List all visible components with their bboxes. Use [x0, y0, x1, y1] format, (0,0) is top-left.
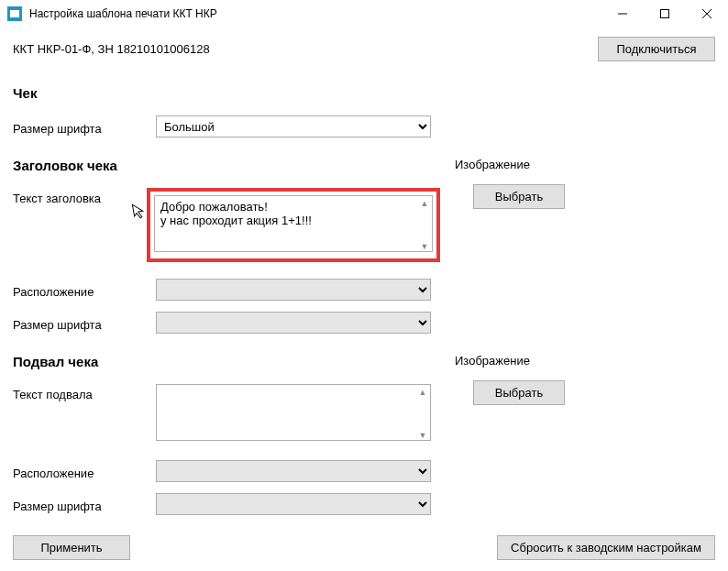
header-image-label: Изображение — [455, 158, 656, 171]
footer-image-col: Изображение Выбрать — [455, 354, 656, 526]
minimize-button[interactable] — [601, 0, 644, 27]
apply-button[interactable]: Применить — [13, 535, 130, 560]
header-text-label: Текст заголовка — [13, 188, 156, 205]
maximize-button[interactable] — [644, 0, 686, 27]
window-controls — [601, 0, 728, 27]
maximize-icon — [660, 9, 669, 18]
header-font-select[interactable] — [156, 312, 431, 334]
footer-text-input[interactable] — [156, 384, 431, 441]
check-font-label: Размер шрифта — [13, 118, 156, 136]
header-position-select[interactable] — [156, 279, 431, 301]
header-text-highlight: ▲ ▼ — [147, 188, 440, 262]
section-footer-title: Подвал чека — [13, 354, 431, 369]
header-position-label: Расположение — [13, 281, 156, 299]
footer-image-select-button[interactable]: Выбрать — [473, 380, 565, 405]
header-text-input[interactable] — [154, 195, 433, 252]
close-button[interactable] — [686, 0, 728, 27]
content-area: ККТ НКР-01-Ф, ЗН 18210101006128 Подключи… — [0, 27, 728, 571]
footer-position-select[interactable] — [156, 460, 431, 482]
header-position-row: Расположение — [13, 279, 431, 301]
reset-button[interactable]: Сбросить к заводским настройкам — [497, 535, 715, 560]
header-text-row: Текст заголовка ▲ ▼ — [13, 188, 431, 262]
connect-button[interactable]: Подключиться — [598, 37, 715, 61]
device-info: ККТ НКР-01-Ф, ЗН 18210101006128 — [13, 42, 210, 56]
bottom-row: Применить Сбросить к заводским настройка… — [13, 535, 715, 560]
header-font-label: Размер шрифта — [13, 314, 156, 332]
section-header-title: Заголовок чека — [13, 158, 431, 173]
footer-text-row: Текст подвала ▲ ▼ — [13, 384, 431, 444]
footer-font-select[interactable] — [156, 493, 431, 515]
scroll-up-icon[interactable]: ▲ — [418, 197, 431, 210]
check-font-row: Размер шрифта Большой — [13, 115, 715, 137]
footer-image-label: Изображение — [455, 354, 656, 368]
header-font-row: Размер шрифта — [13, 312, 431, 334]
scroll-down-icon[interactable]: ▼ — [416, 429, 429, 442]
top-row: ККТ НКР-01-Ф, ЗН 18210101006128 Подключи… — [13, 37, 715, 61]
scroll-up-icon[interactable]: ▲ — [416, 386, 429, 399]
footer-section: Подвал чека Текст подвала ▲ ▼ Расположен… — [13, 354, 715, 526]
footer-text-label: Текст подвала — [13, 384, 156, 401]
window-title: Настройка шаблона печати ККТ НКР — [29, 7, 601, 20]
footer-font-label: Размер шрифта — [13, 496, 156, 513]
header-image-select-button[interactable]: Выбрать — [473, 184, 565, 209]
minimize-icon — [618, 9, 627, 18]
close-icon — [702, 9, 711, 18]
check-font-select[interactable]: Большой — [156, 115, 431, 137]
footer-font-row: Размер шрифта — [13, 493, 431, 515]
section-check-title: Чек — [13, 85, 715, 101]
header-section: Заголовок чека Текст заголовка ▲ ▼ Распо… — [13, 158, 715, 345]
header-image-col: Изображение Выбрать — [455, 158, 656, 345]
scroll-down-icon[interactable]: ▼ — [418, 240, 431, 253]
titlebar: Настройка шаблона печати ККТ НКР — [0, 0, 728, 27]
app-icon — [7, 6, 22, 21]
svg-rect-1 — [661, 10, 669, 18]
footer-position-label: Расположение — [13, 463, 156, 480]
footer-position-row: Расположение — [13, 460, 431, 482]
